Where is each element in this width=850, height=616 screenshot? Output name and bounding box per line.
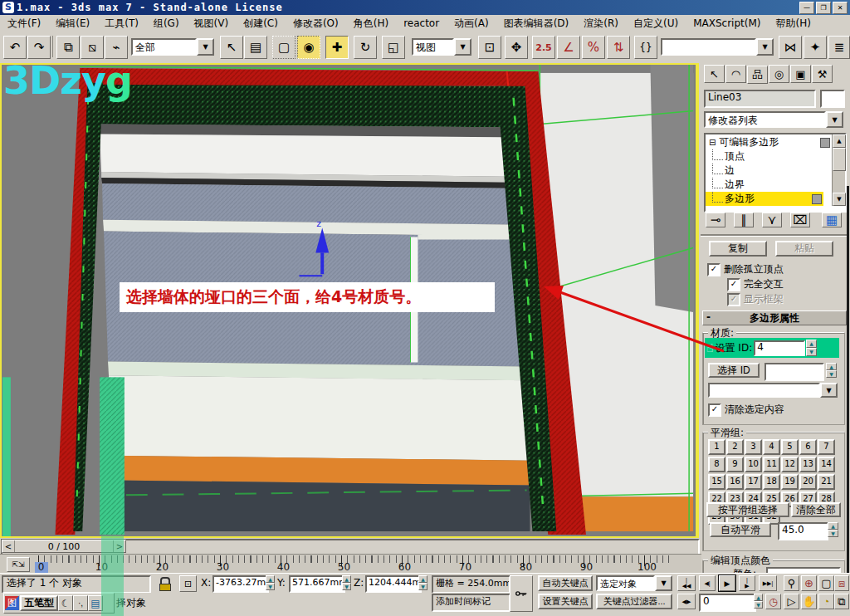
arc-rotate-button[interactable]: ◔ <box>818 594 834 609</box>
stack-onoff-icon[interactable] <box>812 194 822 204</box>
go-to-start-button[interactable]: |◀◀ <box>677 575 696 591</box>
ime-fullhalf-moon-icon[interactable]: ☾ <box>58 595 73 611</box>
scroll-up-icon[interactable]: ▲ <box>833 134 846 148</box>
select-and-move-button[interactable]: ✚ <box>325 36 349 59</box>
smoothing-group-button[interactable]: 7 <box>818 439 835 455</box>
y-coordinate-field[interactable]: 571.667mm <box>289 575 345 593</box>
spinner-up-icon[interactable]: ▲ <box>418 575 427 583</box>
selection-filter-dropdown[interactable]: 全部▼ <box>131 38 214 56</box>
configure-modifier-sets-button[interactable]: ▦ <box>822 213 842 227</box>
named-selection-sets-button[interactable]: {} <box>634 36 657 59</box>
zoom-extents-button[interactable]: ▢ <box>818 575 834 591</box>
command-panel-tab[interactable]: ◎ <box>769 65 789 83</box>
auto-key-button[interactable]: 自动关键点 <box>538 575 593 591</box>
delete-isolated-vertices-row[interactable]: ✓ 删除孤立顶点 <box>707 262 784 276</box>
stack-subobject-border[interactable]: 边界 <box>706 178 845 192</box>
pan-button[interactable]: ✋ <box>801 594 817 609</box>
key-filter-selected-dropdown[interactable]: 选定对象▼ <box>596 575 672 591</box>
reference-coordinate-dropdown[interactable]: 视图▼ <box>412 38 471 56</box>
next-frame-button[interactable]: |▶ <box>739 575 755 591</box>
menu-item[interactable]: 创建(C) <box>236 15 286 32</box>
select-object-button[interactable]: ↖ <box>220 36 243 59</box>
command-panel-tab[interactable]: ▣ <box>790 65 811 83</box>
checkbox-checked-icon[interactable]: ✓ <box>727 278 740 291</box>
mirror-button[interactable]: ⋈ <box>779 36 802 59</box>
smoothing-group-button[interactable]: 4 <box>763 439 780 455</box>
spinner-up-icon[interactable]: ▲ <box>826 363 837 370</box>
stack-subobject-polygon-selected[interactable]: 多边形 <box>706 192 823 206</box>
select-id-input[interactable] <box>765 363 824 381</box>
full-interactivity-row[interactable]: ✓ 完全交互 <box>727 277 784 291</box>
smoothing-group-button[interactable]: 13 <box>799 457 817 472</box>
show-end-result-button[interactable]: ∥ <box>734 213 754 227</box>
clear-selection-row[interactable]: ✓ 清除选定内容 <box>708 403 784 417</box>
select-id-spinner[interactable]: ▲▼ <box>826 363 837 378</box>
play-button[interactable]: ▶ <box>719 575 735 591</box>
x-spinner[interactable]: ▲▼ <box>266 575 275 589</box>
auto-smooth-button[interactable]: 自动平滑 <box>710 522 771 537</box>
object-color-swatch[interactable] <box>820 90 845 108</box>
smoothing-group-button[interactable]: 18 <box>763 474 780 490</box>
set-keys-button[interactable] <box>510 575 533 612</box>
smoothing-group-button[interactable]: 5 <box>781 439 799 455</box>
command-panel-tab[interactable]: 品 <box>747 66 768 84</box>
min-max-toggle-button[interactable]: ⧉ <box>834 594 849 609</box>
spinner-up-icon[interactable]: ▲ <box>266 575 275 583</box>
spinner-down-icon[interactable]: ▼ <box>826 370 837 378</box>
named-selection-dropdown[interactable]: ▼ <box>661 38 774 56</box>
set-key-button[interactable]: 设置关键点 <box>538 594 593 609</box>
undo-button[interactable]: ↶ <box>3 36 27 59</box>
smoothing-group-button[interactable]: 6 <box>799 439 817 455</box>
x-coordinate-field[interactable]: -3763.27mm <box>212 575 269 593</box>
menu-item[interactable]: 修改器(O) <box>286 15 346 32</box>
spinner-snap-button[interactable]: ⇅ <box>607 36 630 59</box>
menu-item[interactable]: 视图(V) <box>187 15 237 32</box>
clear-all-button[interactable]: 清除全部 <box>791 502 841 517</box>
panel-scrollbar[interactable] <box>847 186 849 573</box>
previous-frame-button[interactable]: ◀| <box>699 575 716 591</box>
select-and-rotate-button[interactable]: ↻ <box>354 36 377 59</box>
use-pivot-center-button[interactable]: ⊡ <box>478 36 501 59</box>
select-and-manipulate-button[interactable]: ✥ <box>505 36 528 59</box>
smoothing-group-button[interactable]: 1 <box>708 439 725 455</box>
polygon-properties-rollout-header[interactable]: - 多边形属性 <box>702 310 847 325</box>
material-name-dropdown[interactable]: ▼ <box>708 383 838 398</box>
menu-item[interactable]: 角色(H) <box>346 15 396 32</box>
angle-snap-button[interactable]: ∠ <box>557 36 580 59</box>
smoothing-group-button[interactable]: 15 <box>708 474 725 490</box>
previous-frame-arrow[interactable]: < <box>2 540 15 552</box>
spinner-down-icon[interactable]: ▼ <box>342 583 351 590</box>
perspective-viewport[interactable]: z 3Dzyg 选择墙体的垭口的三个面，给4号材质号。 <box>0 63 697 538</box>
menu-item[interactable]: 编辑(E) <box>48 15 97 32</box>
smoothing-group-button[interactable]: 19 <box>781 474 799 490</box>
set-id-row[interactable]: ☝ 设置 ID: 4 ▲▼ <box>705 338 839 358</box>
make-unique-button[interactable]: ⋎ <box>762 213 782 227</box>
checkbox-checked-icon[interactable]: ✓ <box>707 263 721 276</box>
auto-smooth-spinner[interactable]: ▲▼ <box>828 522 838 537</box>
bind-to-spacewarp-button[interactable]: ⌁ <box>105 36 128 59</box>
snap-toggle-button[interactable]: 2.5 <box>532 36 555 59</box>
current-frame-field[interactable]: 0 <box>699 594 756 612</box>
smoothing-group-button[interactable]: 8 <box>708 457 725 472</box>
spinner-down-icon[interactable]: ▼ <box>806 348 817 356</box>
smoothing-group-button[interactable]: 20 <box>799 474 817 490</box>
frame-spinner[interactable]: ▲▼ <box>754 594 763 609</box>
remove-modifier-button[interactable]: ⌧ <box>790 213 810 227</box>
smoothing-group-button[interactable]: 9 <box>726 457 744 472</box>
rectangular-selection-region-button[interactable]: ▢ <box>272 36 296 59</box>
modifier-list-dropdown[interactable]: 修改器列表▼ <box>704 111 843 128</box>
menu-item[interactable]: 渲染(R) <box>576 15 626 32</box>
menu-item[interactable]: 图表编辑器(D) <box>496 15 577 32</box>
smoothing-group-button[interactable]: 14 <box>818 457 835 472</box>
zoom-extents-all-button[interactable]: ⧈ <box>834 575 849 591</box>
dropdown-arrow-icon[interactable]: ▼ <box>454 38 471 56</box>
stack-subobject-vertex[interactable]: 顶点 <box>706 149 845 164</box>
smoothing-group-button[interactable]: 17 <box>745 474 762 490</box>
dropdown-arrow-icon[interactable]: ▼ <box>756 38 774 56</box>
smoothing-group-button[interactable]: 3 <box>745 439 762 455</box>
spinner-down-icon[interactable]: ▼ <box>418 583 427 590</box>
restore-button[interactable]: ❐ <box>816 2 831 14</box>
key-filters-button[interactable]: 关键点过滤器... <box>596 594 672 609</box>
y-spinner[interactable]: ▲▼ <box>342 575 351 589</box>
spinner-down-icon[interactable]: ▼ <box>266 583 275 590</box>
